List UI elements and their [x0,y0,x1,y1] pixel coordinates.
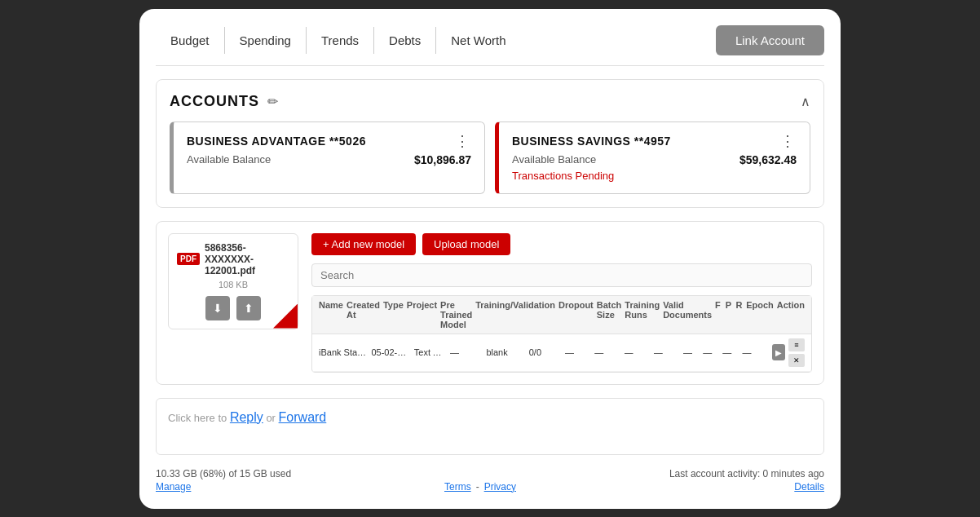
nav-bar: Budget Spending Trends Debts Net Worth L… [156,25,824,66]
account-card-header-checking: BUSINESS ADVANTAGE **5026 ⋮ [187,134,471,148]
account-name-checking: BUSINESS ADVANTAGE **5026 [187,135,366,148]
tab-trends[interactable]: Trends [307,27,374,54]
col-name: Name [319,300,343,329]
model-right: + Add new model Upload model Name Create… [311,233,812,373]
upload-model-button[interactable]: Upload model [422,233,510,255]
add-model-button[interactable]: + Add new model [311,233,416,255]
model-search-input[interactable] [311,263,812,287]
col-epoch: Epoch [746,300,774,329]
pdf-actions: ⬇ ⬆ [205,296,261,320]
col-type: Type [383,300,404,329]
manage-link[interactable]: Manage [156,481,291,493]
pdf-icon-row: PDF 5868356-XXXXXXX-122001.pdf [177,242,289,276]
account-card-header-savings: BUSINESS SAVINGS **4957 ⋮ [512,134,797,148]
accounts-cards: BUSINESS ADVANTAGE **5026 ⋮ Available Ba… [170,122,810,194]
pdf-icon: PDF [177,253,200,265]
reply-text-before: Click here to [168,412,230,424]
reply-text-or: or [263,412,279,424]
account-balance-row-savings: Available Balance $59,632.48 [512,153,797,166]
tab-net-worth[interactable]: Net Worth [436,27,520,54]
account-balance-row-checking: Available Balance $10,896.87 [187,153,471,166]
col-p: P [726,300,733,329]
row-training: 0/0 [529,347,562,357]
nav-tabs: Budget Spending Trends Debts Net Worth [156,27,521,54]
more-icon-checking[interactable]: ⋮ [455,134,471,148]
privacy-link[interactable]: Privacy [484,481,516,493]
footer-center: Terms - Privacy [444,481,516,493]
reply-section: Click here to Reply or Forward [156,398,824,455]
footer: 10.33 GB (68%) of 15 GB used Manage Term… [156,468,824,493]
row-p: — [703,347,719,357]
row-dropout: — [565,347,591,357]
row-f: — [683,347,700,357]
row-epoch: — [742,347,768,357]
tab-debts[interactable]: Debts [374,27,436,54]
row-pretrained: blank [486,347,525,357]
available-label-savings: Available Balance [512,153,596,166]
footer-separator: - [476,481,479,493]
pdf-filename: 5868356-XXXXXXX-122001.pdf [205,242,289,276]
model-section: PDF 5868356-XXXXXXX-122001.pdf 108 KB ⬇ … [156,221,824,385]
row-runs: — [625,347,651,357]
pdf-download-button[interactable]: ⬇ [205,296,230,320]
link-account-button[interactable]: Link Account [716,25,824,55]
col-project: Project [407,300,437,329]
model-table-header: Name Created At Type Project Pre Trained… [312,296,811,334]
pdf-upload-button[interactable]: ⬆ [236,296,261,320]
col-created: Created At [347,300,380,329]
col-f: F [715,300,722,329]
row-created: 05-02-2023 15:42:51 [371,347,410,357]
details-link[interactable]: Details [794,481,824,493]
more-icon-savings[interactable]: ⋮ [780,134,797,148]
footer-right: Last account activity: 0 minutes ago Det… [669,468,824,493]
pdf-corner-decoration [273,304,298,329]
pdf-card: PDF 5868356-XXXXXXX-122001.pdf 108 KB ⬇ … [168,233,298,329]
accounts-header: ACCOUNTS ✏ ∧ [170,93,810,110]
terms-link[interactable]: Terms [444,481,471,493]
accounts-title: ACCOUNTS [170,93,259,110]
col-pretrained: Pre Trained Model [440,300,472,329]
col-batch: Batch Size [597,300,622,329]
col-dropout: Dropout [558,300,594,329]
balance-amount-savings: $59,632.48 [739,153,797,166]
footer-left: 10.33 GB (68%) of 15 GB used Manage [156,468,291,493]
play-button[interactable]: ▶ [772,344,785,360]
account-card-checking: BUSINESS ADVANTAGE **5026 ⋮ Available Ba… [170,122,485,194]
col-r: R [735,300,743,329]
model-table: Name Created At Type Project Pre Trained… [311,295,812,373]
action-copy-button[interactable]: ≡ [788,338,805,351]
balance-amount-checking: $10,896.87 [414,153,471,166]
col-action: Action [777,300,805,329]
account-name-savings: BUSINESS SAVINGS **4957 [512,135,671,148]
row-project: — [450,347,483,357]
row-r: — [722,347,739,357]
accounts-section: ACCOUNTS ✏ ∧ BUSINESS ADVANTAGE **5026 ⋮… [156,79,824,208]
action-icons: ≡ ✕ [788,338,805,367]
transactions-pending-label: Transactions Pending [512,170,797,182]
collapse-icon[interactable]: ∧ [801,94,810,109]
account-card-savings: BUSINESS SAVINGS **4957 ⋮ Available Bala… [495,122,810,194]
table-row: iBank Statement 05-02-2023 15:42:51 Text… [312,334,811,372]
row-name: iBank Statement [319,347,368,357]
edit-icon[interactable]: ✏ [267,94,278,109]
row-type: Text Annotation [414,347,447,357]
row-action: ▶ ≡ ✕ [772,338,805,367]
accounts-title-row: ACCOUNTS ✏ [170,93,278,110]
model-buttons: + Add new model Upload model [311,233,812,255]
tab-spending[interactable]: Spending [225,27,307,54]
row-valid: — [654,347,680,357]
col-runs: Training Runs [625,300,660,329]
storage-text: 10.33 GB (68%) of 15 GB used [156,468,291,479]
reply-link[interactable]: Reply [230,410,263,424]
action-delete-button[interactable]: ✕ [788,354,805,367]
row-batch: — [594,347,620,357]
pdf-filesize: 108 KB [219,280,248,289]
col-training: Training/Validation [475,300,555,329]
forward-link[interactable]: Forward [279,410,327,424]
tab-budget[interactable]: Budget [156,27,225,54]
main-container: Budget Spending Trends Debts Net Worth L… [139,9,841,509]
col-valid: Valid Documents [663,300,712,329]
available-label-checking: Available Balance [187,153,271,166]
last-activity-text: Last account activity: 0 minutes ago [669,468,824,479]
